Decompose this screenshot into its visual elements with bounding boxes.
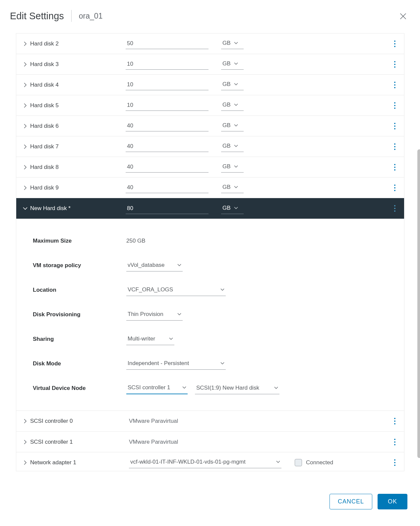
- max-size-value: 250 GB: [126, 238, 146, 244]
- dialog-title: Edit Settings: [10, 11, 64, 22]
- chevron-right-icon[interactable]: [23, 103, 28, 108]
- kebab-menu-icon[interactable]: [394, 185, 395, 191]
- chevron-right-icon[interactable]: [23, 82, 28, 88]
- chevron-down-icon: [169, 338, 173, 340]
- location-label: Location: [33, 287, 126, 293]
- row-label: Hard disk 9: [30, 185, 59, 191]
- storage-policy-select[interactable]: vVol_database: [126, 260, 183, 271]
- kebab-menu-icon[interactable]: [394, 82, 395, 88]
- disk-size-input[interactable]: 40: [126, 182, 209, 193]
- chevron-right-icon[interactable]: [23, 185, 28, 190]
- close-icon[interactable]: [399, 13, 407, 21]
- chevron-right-icon[interactable]: [23, 123, 28, 129]
- hard-disk-row: Hard disk 9 40 GB: [16, 177, 404, 198]
- kebab-menu-icon[interactable]: [394, 459, 395, 466]
- row-label: Hard disk 6: [30, 123, 59, 129]
- chevron-down-icon: [234, 104, 238, 106]
- connected-label: Connected: [306, 459, 333, 466]
- kebab-menu-icon[interactable]: [394, 143, 395, 150]
- kebab-menu-icon[interactable]: [394, 123, 395, 129]
- hard-disk-row: Hard disk 2 50 GB: [16, 33, 404, 54]
- row-label: Hard disk 3: [30, 61, 59, 68]
- scrollbar-thumb[interactable]: [417, 149, 420, 458]
- vdn-slot-select[interactable]: SCSI(1:9) New Hard disk: [195, 382, 279, 394]
- chevron-down-icon: [177, 313, 181, 316]
- chevron-right-icon[interactable]: [23, 144, 28, 149]
- chevron-down-icon: [234, 42, 238, 44]
- row-label: Hard disk 8: [30, 164, 59, 171]
- chevron-down-icon: [234, 83, 238, 86]
- ok-button[interactable]: OK: [378, 494, 407, 509]
- chevron-down-icon[interactable]: [23, 207, 28, 210]
- hard-disk-row: Hard disk 6 40 GB: [16, 115, 404, 136]
- newdisk-size-input[interactable]: 80: [126, 203, 209, 214]
- hard-disk-row: Hard disk 4 10 GB: [16, 74, 404, 95]
- newdisk-unit-select[interactable]: GB: [221, 203, 244, 214]
- chevron-down-icon: [220, 288, 224, 291]
- kebab-menu-icon[interactable]: [394, 102, 395, 109]
- hard-disk-row: Hard disk 5 10 GB: [16, 95, 404, 115]
- chevron-down-icon: [234, 207, 238, 209]
- kebab-menu-icon[interactable]: [394, 164, 395, 171]
- row-label: Hard disk 7: [30, 143, 59, 150]
- chevron-right-icon[interactable]: [23, 41, 28, 46]
- disk-size-input[interactable]: 10: [126, 79, 209, 90]
- disk-unit-select[interactable]: GB: [221, 120, 244, 131]
- chevron-down-icon: [274, 387, 278, 389]
- disk-unit-select[interactable]: GB: [221, 162, 244, 173]
- disk-unit-select[interactable]: GB: [221, 79, 244, 90]
- chevron-right-icon[interactable]: [23, 418, 28, 424]
- storage-policy-label: VM storage policy: [33, 262, 126, 269]
- provisioning-label: Disk Provisioning: [33, 311, 126, 318]
- scrollbar[interactable]: [416, 33, 420, 525]
- kebab-menu-icon[interactable]: [394, 439, 395, 445]
- disk-size-input[interactable]: 40: [126, 162, 209, 173]
- disk-unit-select[interactable]: GB: [221, 141, 244, 152]
- hard-disk-row: Hard disk 3 10 GB: [16, 54, 404, 74]
- max-size-label: Maximum Size: [33, 238, 126, 244]
- row-label: New Hard disk *: [30, 205, 71, 212]
- kebab-menu-icon[interactable]: [394, 418, 395, 424]
- dialog-footer: CANCEL OK: [330, 494, 407, 509]
- scsi-controller-row: SCSI controller 0 VMware Paravirtual: [16, 411, 404, 431]
- hard-disk-row: Hard disk 7 40 GB: [16, 136, 404, 157]
- kebab-menu-icon[interactable]: [394, 61, 395, 68]
- chevron-down-icon: [234, 145, 238, 147]
- location-select[interactable]: VCF_ORA_LOGS: [126, 284, 226, 296]
- disk-size-input[interactable]: 10: [126, 59, 209, 70]
- kebab-menu-icon[interactable]: [394, 40, 395, 47]
- chevron-down-icon: [234, 124, 238, 127]
- new-hard-disk-row: New Hard disk * 80 GB: [16, 198, 404, 219]
- vdn-controller-select[interactable]: SCSI controller 1: [126, 382, 188, 394]
- chevron-down-icon: [234, 186, 238, 188]
- disk-size-input[interactable]: 50: [126, 38, 209, 49]
- chevron-right-icon[interactable]: [23, 62, 28, 67]
- kebab-menu-icon[interactable]: [394, 205, 395, 212]
- settings-scroll-area: Hard disk 2 50 GB Hard disk 3 10 GB Hard…: [16, 33, 404, 471]
- disk-unit-select[interactable]: GB: [221, 59, 244, 70]
- provisioning-select[interactable]: Thin Provision: [126, 309, 183, 321]
- row-label: Hard disk 5: [30, 102, 59, 109]
- chevron-right-icon[interactable]: [23, 439, 28, 445]
- network-adapter-row: Network adapter 1 vcf-wkld-01-IT-INF-WKL…: [16, 452, 404, 471]
- disk-mode-select[interactable]: Independent - Persistent: [126, 358, 226, 370]
- chevron-right-icon[interactable]: [23, 165, 28, 170]
- disk-size-input[interactable]: 40: [126, 120, 209, 131]
- row-label: SCSI controller 1: [30, 439, 73, 445]
- disk-unit-select[interactable]: GB: [221, 100, 244, 111]
- sharing-select[interactable]: Multi-writer: [126, 334, 174, 345]
- network-select[interactable]: vcf-wkld-01-IT-INF-WKLD-01-vds-01-pg-mgm…: [129, 457, 281, 468]
- controller-type: VMware Paravirtual: [129, 418, 178, 424]
- disk-unit-select[interactable]: GB: [221, 182, 244, 193]
- connected-checkbox[interactable]: [295, 459, 302, 466]
- disk-size-input[interactable]: 10: [126, 100, 209, 111]
- chevron-down-icon: [220, 362, 224, 365]
- chevron-down-icon: [234, 165, 238, 168]
- disk-mode-label: Disk Mode: [33, 360, 126, 367]
- row-label: SCSI controller 0: [30, 418, 73, 424]
- chevron-right-icon[interactable]: [23, 460, 28, 465]
- disk-size-input[interactable]: 40: [126, 141, 209, 152]
- hard-disk-row: Hard disk 8 40 GB: [16, 157, 404, 177]
- cancel-button[interactable]: CANCEL: [330, 494, 372, 509]
- disk-unit-select[interactable]: GB: [221, 38, 244, 49]
